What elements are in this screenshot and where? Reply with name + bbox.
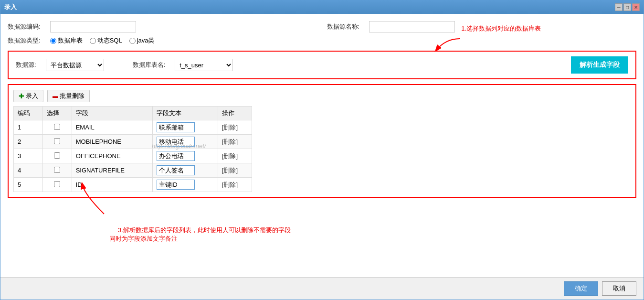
- radio-dynamic-sql[interactable]: 动态SQL: [90, 36, 122, 45]
- datasource-config-section: 1.选择数据列对应的数据库表 数据源: 平台数据源: [8, 51, 636, 79]
- datasource-name-label: 数据源名称:: [327, 22, 360, 31]
- cell-field-text[interactable]: [152, 149, 218, 163]
- datasource-name-input[interactable]: [369, 21, 455, 32]
- table-row: 5 ID [删除]: [14, 178, 252, 192]
- datasource-code-input[interactable]: [50, 21, 136, 32]
- cell-check[interactable]: [42, 135, 72, 149]
- content-area: 数据源编码: 数据源名称: 数据源类型: 数据库表 动态SQL: [0, 14, 644, 277]
- delete-link[interactable]: [删除]: [222, 138, 238, 145]
- close-button[interactable]: ✕: [632, 3, 640, 11]
- datasource-select[interactable]: 平台数据源: [46, 59, 104, 71]
- window-controls: ─ □ ✕: [615, 3, 640, 11]
- toolbar: ✚ 录入 ▬ 批量删除: [13, 90, 631, 102]
- batch-delete-button[interactable]: ▬ 批量删除: [47, 90, 90, 102]
- step3-annotation: 3.解析数据库后的字段列表，此时使用人可以删除不需要的字段 同时为字段添加文字备…: [104, 219, 291, 250]
- cell-field-text[interactable]: [152, 163, 218, 178]
- cell-id: 3: [14, 149, 43, 163]
- radio-db-table[interactable]: 数据库表: [50, 36, 83, 45]
- cell-id: 4: [14, 163, 43, 178]
- table-row: 4 SIGNATUREFILE [删除]: [14, 163, 252, 178]
- minimize-button[interactable]: ─: [615, 3, 623, 11]
- fields-table: 编码 选择 字段 字段文本 操作 1 EMAIL [删除] 2 MOBILEPH…: [13, 106, 252, 192]
- footer-bar: 确定 取消: [0, 277, 644, 300]
- datasource-section: 数据源: 平台数据源 数据库表名: t_s_user 解析生成字段: [8, 51, 636, 79]
- delete-icon: ▬: [53, 93, 58, 99]
- cell-check[interactable]: [42, 149, 72, 163]
- cell-field: MOBILEPHONE: [72, 135, 152, 149]
- step1-annotation: 1.选择数据列对应的数据库表: [461, 24, 541, 33]
- table-name-select-wrapper: t_s_user: [175, 59, 233, 71]
- cell-op[interactable]: [删除]: [218, 178, 252, 192]
- datasource-select-wrapper: 平台数据源: [46, 59, 104, 71]
- cell-field: OFFICEPHONE: [72, 149, 152, 163]
- cell-check[interactable]: [42, 163, 72, 178]
- parse-button[interactable]: 解析生成字段: [571, 56, 628, 74]
- datasource-field-label: 数据源:: [16, 61, 36, 69]
- delete-link[interactable]: [删除]: [222, 152, 238, 160]
- datasource-type-label: 数据源类型:: [8, 36, 41, 45]
- datasource-type-row: 数据源类型: 数据库表 动态SQL java类: [8, 36, 636, 45]
- col-header-field: 字段: [72, 107, 152, 120]
- add-icon: ✚: [19, 92, 24, 100]
- cell-id: 1: [14, 120, 43, 135]
- step3-arrow: [80, 181, 118, 220]
- title-bar: 录入 ─ □ ✕: [0, 0, 644, 14]
- cell-id: 2: [14, 135, 43, 149]
- main-window: 录入 ─ □ ✕ 数据源编码: 数据源名称: 数据源类型: 数据库表: [0, 0, 644, 300]
- cell-field-text[interactable]: [152, 135, 218, 149]
- cell-check[interactable]: [42, 120, 72, 135]
- parse-btn-container: 解析生成字段 2.点击按钮，解析数据表: [571, 56, 628, 74]
- confirm-button[interactable]: 确定: [564, 281, 598, 296]
- cell-check[interactable]: [42, 178, 72, 192]
- col-header-field-text: 字段文本: [152, 107, 218, 120]
- table-row: 3 OFFICEPHONE [删除]: [14, 149, 252, 163]
- table-name-label: 数据库表名:: [133, 61, 166, 69]
- top-form-row: 数据源编码: 数据源名称:: [8, 21, 636, 32]
- restore-button[interactable]: □: [623, 3, 631, 11]
- cell-op[interactable]: [删除]: [218, 149, 252, 163]
- radio-db-label: 数据库表: [58, 36, 83, 45]
- cell-op[interactable]: [删除]: [218, 163, 252, 178]
- add-button[interactable]: ✚ 录入: [13, 90, 43, 102]
- radio-java-label: java类: [137, 36, 155, 45]
- col-header-check: 选择: [42, 107, 72, 120]
- cell-id: 5: [14, 178, 43, 192]
- col-header-op: 操作: [218, 107, 252, 120]
- table-row: 1 EMAIL [删除]: [14, 120, 252, 135]
- cell-field-text[interactable]: [152, 178, 218, 192]
- table-row: 2 MOBILEPHONE [删除]: [14, 135, 252, 149]
- table-header-row: 编码 选择 字段 字段文本 操作: [14, 107, 252, 120]
- radio-java-class[interactable]: java类: [129, 36, 155, 45]
- table-name-select[interactable]: t_s_user: [175, 59, 232, 71]
- col-header-id: 编码: [14, 107, 43, 120]
- table-section: ✚ 录入 ▬ 批量删除 编码 选择 字段 字段文本 操作: [8, 84, 636, 198]
- delete-link[interactable]: [删除]: [222, 167, 238, 174]
- delete-link[interactable]: [删除]: [222, 124, 238, 131]
- cell-field: EMAIL: [72, 120, 152, 135]
- step1-arrow: [431, 36, 469, 57]
- type-radio-group: 数据库表 动态SQL java类: [50, 36, 155, 45]
- cancel-button[interactable]: 取消: [602, 281, 636, 296]
- cell-op[interactable]: [删除]: [218, 120, 252, 135]
- window-title: 录入: [4, 3, 17, 11]
- radio-sql-label: 动态SQL: [97, 36, 122, 45]
- cell-field: SIGNATUREFILE: [72, 163, 152, 178]
- datasource-code-label: 数据源编码:: [8, 22, 41, 31]
- delete-link[interactable]: [删除]: [222, 181, 238, 188]
- cell-op[interactable]: [删除]: [218, 135, 252, 149]
- cell-field-text[interactable]: [152, 120, 218, 135]
